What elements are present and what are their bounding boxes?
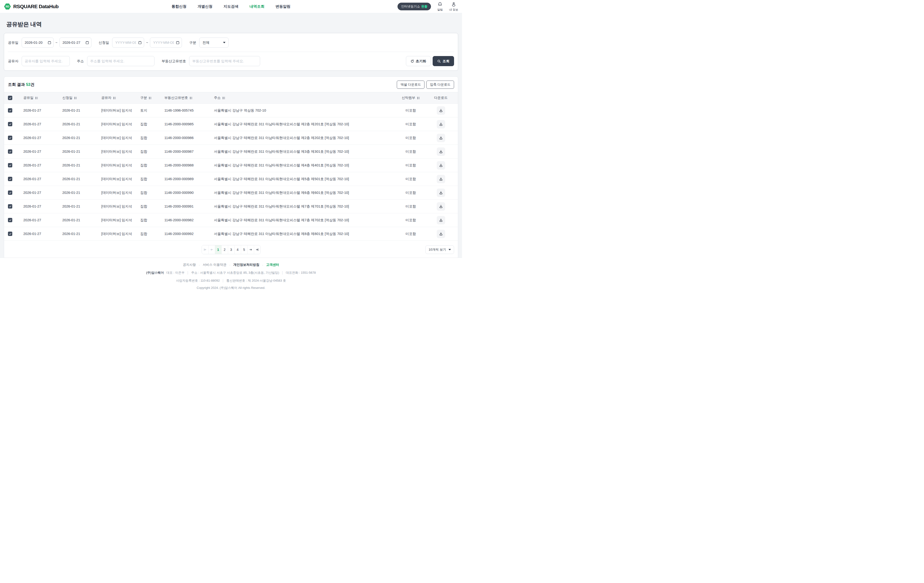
- page-button-5[interactable]: 5: [241, 245, 248, 254]
- first-page-button[interactable]: [202, 245, 208, 254]
- cell-trust: 미포함: [394, 218, 427, 222]
- download-button[interactable]: [437, 175, 445, 183]
- cell-sharer: [데이터허브] 임지석: [101, 177, 140, 181]
- registry-status-value: 원활: [421, 4, 427, 9]
- request-date-to-input[interactable]: [150, 38, 182, 48]
- download-button[interactable]: [437, 202, 445, 211]
- row-checkbox[interactable]: [8, 122, 12, 126]
- sort-icon[interactable]: [148, 96, 152, 100]
- cell-sharer: [데이터허브] 임지석: [101, 218, 140, 222]
- row-checkbox[interactable]: [8, 204, 12, 209]
- share-date-to-input[interactable]: [59, 38, 91, 48]
- nav-item-change-alerts[interactable]: 변동알림: [276, 4, 290, 9]
- page-size-select[interactable]: 10개씩 보기: [426, 245, 454, 254]
- footer-link-privacy[interactable]: 개인정보처리방침: [233, 263, 259, 267]
- row-checkbox[interactable]: [8, 163, 12, 167]
- sharer-input[interactable]: [21, 56, 70, 66]
- last-page-button[interactable]: [254, 245, 261, 254]
- sort-icon[interactable]: [417, 96, 420, 100]
- results-summary: 조회 결과 53건: [8, 82, 35, 87]
- download-icon: [439, 109, 443, 112]
- page-button-4[interactable]: 4: [234, 245, 241, 254]
- share-date-from-input[interactable]: [21, 38, 54, 48]
- zip-download-button[interactable]: 압축 다운로드: [426, 81, 454, 89]
- nav-item-individual-request[interactable]: 개별신청: [198, 4, 213, 9]
- search-button[interactable]: 조회: [432, 56, 454, 66]
- sort-icon[interactable]: [113, 96, 116, 100]
- cell-share-date: 2026-01-27: [23, 163, 62, 167]
- download-icon: [439, 232, 443, 236]
- cell-request-date: 2026-01-21: [62, 122, 101, 126]
- select-all-checkbox[interactable]: [8, 96, 12, 100]
- cell-sharer: [데이터허브] 임지석: [101, 108, 140, 113]
- cell-category: 토지: [140, 108, 164, 113]
- sort-icon[interactable]: [190, 96, 193, 100]
- footer-phone: 대표전화 : 1551-5678: [285, 270, 316, 275]
- filter-panel: 공유일 ~ 신청일 ~: [4, 33, 458, 71]
- cell-category: 집합: [140, 232, 164, 236]
- nav-item-history-lookup[interactable]: 내역조회: [249, 4, 264, 9]
- nav-item-map-search[interactable]: 지도검색: [224, 4, 238, 9]
- cell-share-date: 2026-01-27: [23, 204, 62, 208]
- next-page-button[interactable]: [248, 245, 254, 254]
- row-checkbox[interactable]: [8, 232, 12, 236]
- row-checkbox[interactable]: [8, 149, 12, 154]
- row-checkbox[interactable]: [8, 191, 12, 195]
- download-button[interactable]: [437, 134, 445, 142]
- nav-item-unified-request[interactable]: 통합신청: [172, 4, 186, 9]
- next-page-icon: [249, 248, 252, 251]
- footer-link-notice[interactable]: 공지사항: [183, 263, 196, 267]
- download-button[interactable]: [437, 120, 445, 128]
- row-checkbox[interactable]: [8, 108, 12, 112]
- sort-icon[interactable]: [222, 96, 225, 100]
- chevron-down-icon: [449, 249, 451, 250]
- my-info-button[interactable]: 내 정보: [449, 2, 458, 12]
- download-button[interactable]: [437, 161, 445, 170]
- footer-link-terms[interactable]: 서비스 이용약관: [203, 263, 226, 267]
- cell-category: 집합: [140, 191, 164, 195]
- row-checkbox[interactable]: [8, 136, 12, 140]
- prev-page-button[interactable]: [208, 245, 215, 254]
- table-row: 2026-01-27 2026-01-21 [데이터허브] 임지석 집합 114…: [4, 227, 458, 241]
- download-icon: [439, 177, 443, 181]
- cell-sharer: [데이터허브] 임지석: [101, 191, 140, 195]
- page-button-3[interactable]: 3: [228, 245, 234, 254]
- first-page-icon: [203, 248, 207, 251]
- brand-logo[interactable]: RD RSQUARE DataHub: [4, 3, 58, 10]
- reset-button[interactable]: 초기화: [406, 56, 431, 66]
- cell-property-id: 1146-2000-000990: [164, 191, 214, 194]
- col-download: 다운로드: [434, 96, 447, 100]
- download-button[interactable]: [437, 189, 445, 197]
- property-id-input[interactable]: [189, 56, 260, 66]
- request-date-label: 신청일: [99, 40, 109, 45]
- cell-trust: 미포함: [394, 136, 427, 140]
- download-button[interactable]: [437, 147, 445, 156]
- row-checkbox[interactable]: [8, 177, 12, 181]
- page-button-2[interactable]: 2: [221, 245, 228, 254]
- main-content: 공유받은 내역 공유일 ~ 신청일: [0, 13, 462, 258]
- svg-text:RD: RD: [5, 5, 9, 8]
- cell-sharer: [데이터허브] 임지석: [101, 136, 140, 140]
- download-button[interactable]: [437, 106, 445, 115]
- footer-ceo: 대표 : 이존우: [166, 270, 185, 275]
- sort-icon[interactable]: [74, 96, 77, 100]
- excel-download-button[interactable]: 엑셀 다운로드: [397, 81, 424, 89]
- download-button[interactable]: [437, 216, 445, 224]
- col-sharer: 공유자: [101, 96, 111, 100]
- cell-request-date: 2026-01-21: [62, 150, 101, 153]
- download-icon: [439, 218, 443, 222]
- page-button-1[interactable]: 1: [215, 245, 221, 254]
- footer-sales-number: 통신판매번호 : 제 2024-서울강남-04583 호: [226, 278, 286, 283]
- notifications-button[interactable]: 알림: [437, 2, 443, 12]
- cell-trust: 미포함: [394, 191, 427, 195]
- address-input[interactable]: [87, 56, 155, 66]
- dot-separator: ·: [199, 263, 200, 267]
- row-checkbox[interactable]: [8, 218, 12, 222]
- request-date-from-input[interactable]: [112, 38, 144, 48]
- check-icon: [9, 219, 12, 222]
- category-select[interactable]: 전체: [199, 38, 229, 48]
- results-count: 53: [26, 82, 30, 87]
- download-button[interactable]: [437, 230, 445, 238]
- sort-icon[interactable]: [35, 96, 38, 100]
- footer-link-support[interactable]: 고객센터: [266, 263, 279, 267]
